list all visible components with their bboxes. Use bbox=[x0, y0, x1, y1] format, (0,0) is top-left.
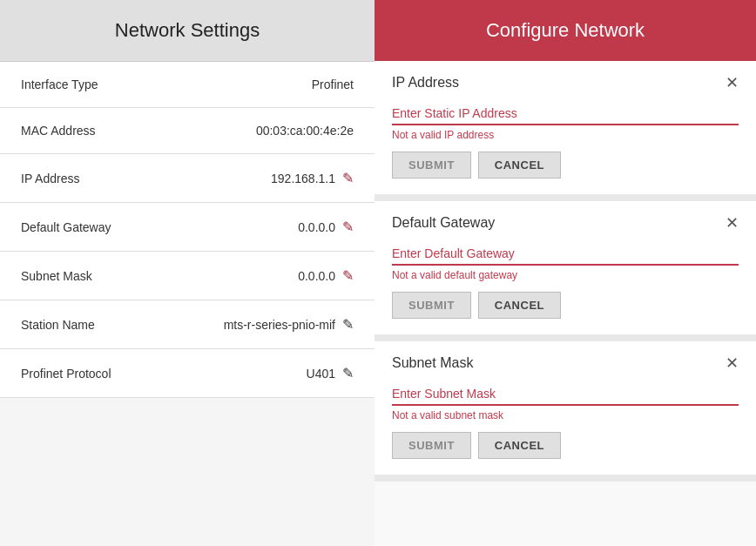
config-section-ip-address-title: IP Address bbox=[392, 75, 459, 91]
value-default-gateway: 0.0.0.0 bbox=[298, 220, 335, 234]
edit-subnet-mask-icon[interactable]: ✎ bbox=[342, 267, 354, 284]
row-profinet-protocol: Profinet Protocol U401 ✎ bbox=[0, 349, 375, 398]
label-station-name: Station Name bbox=[21, 318, 95, 332]
right-panel: Configure Network IP Address ✕ Not a val… bbox=[375, 0, 756, 546]
default-gateway-submit-button[interactable]: SUBMIT bbox=[392, 292, 471, 319]
edit-profinet-protocol-icon[interactable]: ✎ bbox=[342, 365, 354, 381]
config-section-subnet-mask: Subnet Mask ✕ Not a valid subnet mask SU… bbox=[375, 341, 756, 482]
close-default-gateway-button[interactable]: ✕ bbox=[726, 215, 739, 231]
value-mac-address: 00:03:ca:00:4e:2e bbox=[256, 124, 354, 138]
close-subnet-mask-button[interactable]: ✕ bbox=[726, 355, 739, 371]
config-section-subnet-mask-header: Subnet Mask ✕ bbox=[392, 355, 739, 371]
value-wrap-subnet-mask: 0.0.0.0 ✎ bbox=[298, 267, 354, 284]
value-wrap-interface-type: Profinet bbox=[312, 78, 354, 91]
default-gateway-cancel-button[interactable]: CANCEL bbox=[478, 292, 561, 319]
value-subnet-mask: 0.0.0.0 bbox=[298, 269, 335, 283]
edit-default-gateway-icon[interactable]: ✎ bbox=[342, 219, 354, 235]
value-station-name: mts-r-series-pnio-mif bbox=[224, 318, 335, 332]
right-panel-title: Configure Network bbox=[375, 0, 756, 61]
row-subnet-mask: Subnet Mask 0.0.0.0 ✎ bbox=[0, 252, 375, 300]
label-default-gateway: Default Gateway bbox=[21, 220, 111, 234]
ip-address-input[interactable] bbox=[392, 103, 739, 125]
left-panel-title: Network Settings bbox=[0, 0, 375, 62]
value-wrap-station-name: mts-r-series-pnio-mif ✎ bbox=[224, 316, 354, 333]
config-section-ip-address: IP Address ✕ Not a valid IP address SUBM… bbox=[375, 61, 756, 201]
left-panel: Network Settings Interface Type Profinet… bbox=[0, 0, 375, 546]
label-profinet-protocol: Profinet Protocol bbox=[21, 367, 111, 381]
row-station-name: Station Name mts-r-series-pnio-mif ✎ bbox=[0, 300, 375, 349]
config-section-default-gateway: Default Gateway ✕ Not a valid default ga… bbox=[375, 201, 756, 341]
configure-sections: IP Address ✕ Not a valid IP address SUBM… bbox=[375, 61, 756, 546]
value-wrap-mac-address: 00:03:ca:00:4e:2e bbox=[256, 124, 354, 138]
subnet-mask-cancel-button[interactable]: CANCEL bbox=[478, 432, 561, 459]
config-section-subnet-mask-title: Subnet Mask bbox=[392, 355, 473, 371]
label-ip-address: IP Address bbox=[21, 172, 79, 185]
row-interface-type: Interface Type Profinet bbox=[0, 62, 375, 108]
label-mac-address: MAC Address bbox=[21, 124, 96, 138]
config-section-default-gateway-header: Default Gateway ✕ bbox=[392, 215, 739, 231]
value-ip-address: 192.168.1.1 bbox=[271, 172, 335, 185]
value-wrap-default-gateway: 0.0.0.0 ✎ bbox=[298, 219, 354, 235]
value-wrap-profinet-protocol: U401 ✎ bbox=[307, 365, 354, 381]
ip-address-actions: SUBMIT CANCEL bbox=[392, 152, 739, 179]
subnet-mask-actions: SUBMIT CANCEL bbox=[392, 432, 739, 459]
default-gateway-actions: SUBMIT CANCEL bbox=[392, 292, 739, 319]
label-subnet-mask: Subnet Mask bbox=[21, 269, 92, 283]
ip-address-error: Not a valid IP address bbox=[392, 129, 739, 141]
subnet-mask-error: Not a valid subnet mask bbox=[392, 409, 739, 421]
value-profinet-protocol: U401 bbox=[307, 367, 335, 381]
edit-station-name-icon[interactable]: ✎ bbox=[342, 316, 354, 333]
row-default-gateway: Default Gateway 0.0.0.0 ✎ bbox=[0, 203, 375, 252]
config-section-ip-address-header: IP Address ✕ bbox=[392, 75, 739, 91]
ip-address-cancel-button[interactable]: CANCEL bbox=[478, 152, 561, 179]
close-ip-address-button[interactable]: ✕ bbox=[726, 75, 739, 91]
edit-ip-address-icon[interactable]: ✎ bbox=[342, 170, 354, 186]
settings-table: Interface Type Profinet MAC Address 00:0… bbox=[0, 62, 375, 398]
default-gateway-input[interactable] bbox=[392, 243, 739, 266]
subnet-mask-input[interactable] bbox=[392, 383, 739, 406]
ip-address-submit-button[interactable]: SUBMIT bbox=[392, 152, 471, 179]
value-wrap-ip-address: 192.168.1.1 ✎ bbox=[271, 170, 354, 186]
default-gateway-error: Not a valid default gateway bbox=[392, 269, 739, 281]
config-section-default-gateway-title: Default Gateway bbox=[392, 215, 495, 231]
row-ip-address: IP Address 192.168.1.1 ✎ bbox=[0, 154, 375, 203]
label-interface-type: Interface Type bbox=[21, 78, 98, 91]
subnet-mask-submit-button[interactable]: SUBMIT bbox=[392, 432, 471, 459]
row-mac-address: MAC Address 00:03:ca:00:4e:2e bbox=[0, 108, 375, 154]
value-interface-type: Profinet bbox=[312, 78, 354, 91]
